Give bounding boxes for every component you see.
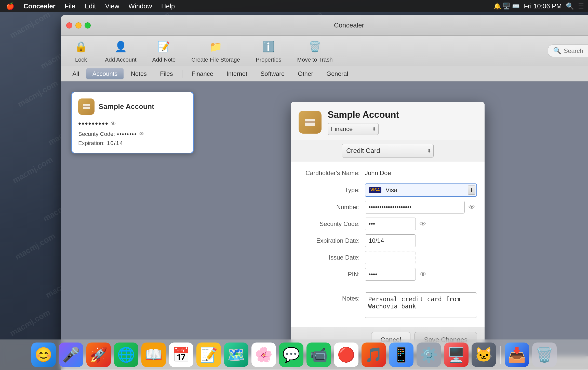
dock-contacts[interactable]: 📖	[141, 343, 166, 367]
dock-photos[interactable]: 🌸	[251, 343, 276, 367]
security-code-reveal-button[interactable]: 👁	[139, 131, 144, 137]
lock-icon: 🔒	[73, 39, 89, 55]
dialog-header: Finance ⬍	[291, 102, 485, 140]
security-code-form-row: Security Code: 👁	[299, 218, 477, 230]
dock-downloads[interactable]: 📥	[505, 343, 529, 367]
cardholder-label: Cardholder's Name:	[299, 169, 365, 177]
card-type-arrow-icon[interactable]: ⬍	[468, 186, 475, 195]
tab-internet[interactable]: Internet	[220, 68, 253, 79]
search-icon-toolbar: 🔍	[553, 47, 561, 55]
cardholder-row: Cardholder's Name: John Doe	[299, 167, 477, 179]
minimize-button[interactable]	[75, 22, 82, 29]
number-row: Number: 👁	[299, 201, 477, 214]
search-input[interactable]	[564, 47, 588, 54]
expiration-row: Expiration: 10/14	[78, 140, 187, 147]
dock-appstore[interactable]: 📱	[389, 343, 413, 367]
security-code-dots: ••••••••	[117, 131, 137, 137]
dialog-title-input[interactable]	[328, 109, 477, 120]
file-storage-icon: 📁	[208, 39, 224, 55]
dock-music[interactable]: 🎵	[362, 343, 386, 367]
dock-news[interactable]: 🔴	[334, 343, 358, 367]
dialog-category-select: Finance ⬍	[328, 123, 477, 135]
toolbar: 🔒 Lock 👤 Add Account 📝 Add Note 📁 Create…	[61, 36, 588, 66]
type-dropdown[interactable]: Credit Card ⬍	[342, 144, 434, 158]
add-account-button[interactable]: 👤 Add Account	[101, 37, 141, 65]
tab-all[interactable]: All	[66, 68, 85, 79]
issue-date-row: Issue Date:	[299, 251, 477, 264]
edit-menu[interactable]: Edit	[83, 1, 98, 11]
dock-siri[interactable]: 🎤	[59, 343, 83, 367]
security-code-input[interactable]	[365, 218, 416, 230]
notes-textarea[interactable]: Personal credit card from Wachovia bank	[365, 292, 477, 318]
maximize-button[interactable]	[85, 22, 91, 29]
number-input[interactable]	[365, 201, 465, 214]
tab-software[interactable]: Software	[255, 68, 291, 79]
trash-icon: 🗑️	[307, 39, 323, 55]
category-dropdown[interactable]: Finance ⬍	[328, 123, 379, 135]
watermark-9: macmj.com	[8, 307, 52, 338]
window-menu[interactable]: Window	[126, 1, 154, 11]
dock-finder[interactable]: 😊	[31, 343, 56, 367]
dialog-type-row: Credit Card ⬍	[291, 140, 485, 162]
password-reveal-button[interactable]: 👁	[111, 120, 116, 127]
dock-facetime[interactable]: 📹	[306, 343, 331, 367]
add-note-button[interactable]: 📝 Add Note	[148, 37, 180, 65]
dock-concealer[interactable]: 🐱	[472, 343, 496, 367]
tab-finance[interactable]: Finance	[185, 68, 219, 79]
security-code-label: Security Code:	[78, 131, 115, 137]
number-reveal-button[interactable]: 👁	[467, 202, 477, 212]
dock-safari[interactable]: 🌐	[114, 343, 138, 367]
card-type-value: Visa	[385, 187, 397, 194]
control-center-icon[interactable]: ☰	[578, 2, 584, 10]
help-menu[interactable]: Help	[159, 1, 177, 11]
pin-reveal-button[interactable]: 👁	[418, 269, 428, 279]
title-bar: Concealer	[61, 15, 588, 36]
dock-notes[interactable]: 📝	[196, 343, 221, 367]
file-storage-label: Create File Storage	[191, 56, 240, 63]
dock-maps[interactable]: 🗺️	[224, 343, 248, 367]
dock-trash[interactable]: 🗑️	[532, 343, 557, 367]
pin-input[interactable]	[365, 268, 416, 281]
search-box: 🔍	[548, 45, 588, 57]
security-code-reveal-button[interactable]: 👁	[418, 219, 428, 229]
properties-button[interactable]: ℹ️ Properties	[252, 37, 285, 65]
tab-general[interactable]: General	[320, 68, 354, 79]
card-type-dropdown[interactable]: VISA Visa ⬍	[365, 183, 477, 197]
tab-other[interactable]: Other	[292, 68, 319, 79]
watermark-7: macmj.com	[14, 231, 57, 262]
category-arrow-icon: ⬍	[372, 126, 376, 132]
dock-divider	[500, 346, 501, 364]
category-tabs: All Accounts Notes Files Finance Interne…	[61, 66, 588, 81]
properties-label: Properties	[256, 56, 281, 63]
lock-button[interactable]: 🔒 Lock	[69, 37, 93, 65]
add-note-icon: 📝	[156, 39, 172, 55]
dock-calendar[interactable]: 📅	[169, 343, 193, 367]
dialog-body: Cardholder's Name: John Doe Type: VISA V…	[291, 162, 485, 290]
dock-system-preferences[interactable]: ⚙️	[417, 343, 441, 367]
cardholder-value: John Doe	[365, 169, 477, 177]
move-to-trash-button[interactable]: 🗑️ Move to Trash	[293, 37, 337, 65]
dock-messages[interactable]: 💬	[279, 343, 303, 367]
search-icon[interactable]: 🔍	[566, 2, 574, 10]
create-file-storage-button[interactable]: 📁 Create File Storage	[187, 37, 244, 65]
app-window: Concealer 🔒 Lock 👤 Add Account 📝 Add Not…	[61, 15, 588, 370]
file-menu[interactable]: File	[63, 1, 77, 11]
tab-notes[interactable]: Notes	[125, 68, 153, 79]
dock-launchpad[interactable]: 🚀	[86, 343, 111, 367]
tab-files[interactable]: Files	[154, 68, 179, 79]
visa-logo: VISA	[369, 187, 381, 193]
add-note-label: Add Note	[152, 56, 176, 63]
apple-menu[interactable]: 🍎	[4, 1, 16, 11]
app-name-menu[interactable]: Concealer	[21, 1, 58, 11]
security-code-row: Security Code: •••••••• 👁	[78, 131, 187, 137]
expiration-form-label: Expiration Date:	[299, 237, 365, 244]
tab-accounts[interactable]: Accounts	[86, 68, 124, 79]
issue-date-input[interactable]	[365, 251, 416, 264]
dialog-header-content: Finance ⬍	[328, 109, 477, 135]
dock-cleanmymac[interactable]: 🖥️	[444, 343, 469, 367]
account-card[interactable]: Sample Account ••••••••• 👁 Security Code…	[71, 92, 194, 153]
close-button[interactable]	[66, 22, 72, 29]
edit-dialog: Finance ⬍ Credit Card ⬍ Cardholder's Nam…	[291, 102, 485, 353]
expiration-input[interactable]	[365, 234, 416, 247]
view-menu[interactable]: View	[103, 1, 121, 11]
